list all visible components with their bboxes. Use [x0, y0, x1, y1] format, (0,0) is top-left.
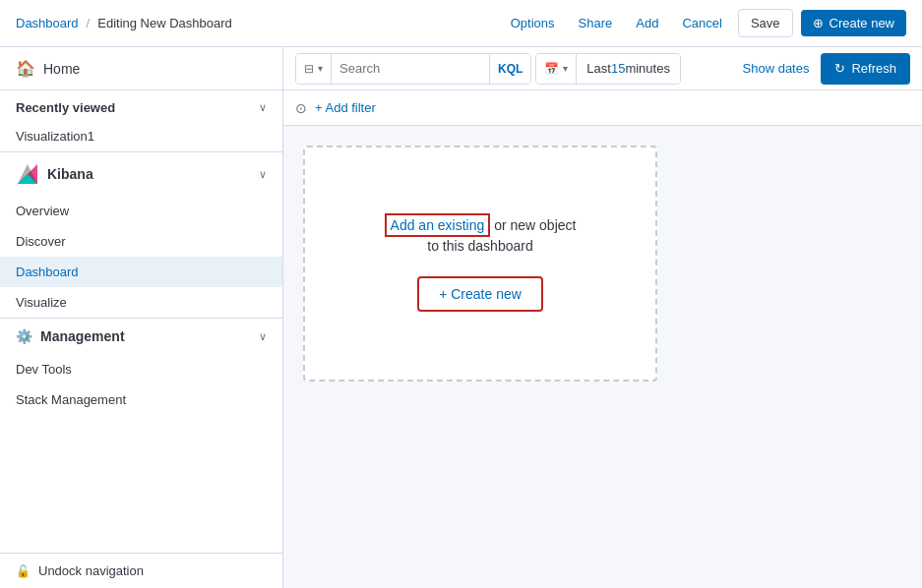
- kibana-logo: Kibana: [16, 162, 93, 186]
- time-dropdown-icon: ▾: [563, 63, 568, 74]
- sidebar-item-visualize[interactable]: Visualize: [0, 287, 282, 318]
- filter-icon: ⊟: [304, 62, 314, 76]
- filter-bar-icon: ⊙: [295, 100, 307, 116]
- breadcrumb-separator: /: [87, 16, 91, 30]
- time-group: 📅 ▾ Last 15 minutes: [535, 53, 681, 85]
- management-section: ⚙️ Management ∨ Dev Tools Stack Manageme…: [0, 318, 282, 415]
- filter-bar: ⊙ + Add filter: [283, 90, 922, 126]
- add-filter-button[interactable]: + Add filter: [315, 100, 376, 115]
- plus-icon: ⊕: [813, 16, 824, 30]
- sidebar-item-visualization1[interactable]: Visualization1: [0, 121, 282, 151]
- home-icon: 🏠: [16, 59, 35, 78]
- breadcrumb-root[interactable]: Dashboard: [16, 16, 79, 30]
- add-filter-label: + Add filter: [315, 100, 376, 115]
- gear-icon: ⚙️: [16, 328, 32, 344]
- management-name: Management: [40, 328, 125, 344]
- options-button[interactable]: Options: [503, 12, 563, 34]
- time-suffix: minutes: [625, 61, 670, 76]
- kibana-logo-icon: [16, 162, 39, 186]
- sidebar-item-overview[interactable]: Overview: [0, 196, 282, 226]
- recently-viewed-chevron[interactable]: ∨: [259, 101, 267, 114]
- time-icon-button[interactable]: 📅 ▾: [536, 54, 577, 84]
- empty-text-rest: or new object: [490, 217, 576, 233]
- search-group: ⊟ ▾ KQL: [295, 53, 531, 85]
- empty-panel: Add an existing or new object to this da…: [303, 146, 657, 382]
- search-input[interactable]: [332, 54, 489, 84]
- sidebar-item-dev-tools[interactable]: Dev Tools: [0, 354, 282, 384]
- toolbar-left: ⊟ ▾ KQL 📅 ▾ Last 15 minutes: [295, 53, 731, 85]
- recently-viewed-header: Recently viewed ∨: [0, 90, 282, 121]
- dropdown-icon: ▾: [318, 63, 323, 74]
- management-chevron[interactable]: ∨: [259, 330, 267, 343]
- save-button[interactable]: Save: [738, 9, 793, 37]
- main-content: ⊟ ▾ KQL 📅 ▾ Last 15 minutes: [283, 47, 922, 588]
- empty-text-line2: to this dashboard: [427, 238, 532, 254]
- top-header: Dashboard / Editing New Dashboard Option…: [0, 0, 922, 47]
- recently-viewed-title: Recently viewed: [16, 100, 115, 115]
- undock-label: Undock navigation: [38, 563, 144, 578]
- toolbar-right: Show dates ↻ Refresh: [739, 53, 910, 85]
- create-new-panel-label: + Create new: [439, 286, 522, 302]
- refresh-label: Refresh: [851, 61, 896, 76]
- sidebar-item-discover[interactable]: Discover: [0, 226, 282, 257]
- time-prefix: Last: [586, 61, 611, 76]
- management-header: ⚙️ Management ∨: [0, 319, 282, 354]
- share-button[interactable]: Share: [571, 12, 621, 34]
- kibana-header: Kibana ∨: [0, 152, 282, 196]
- add-button[interactable]: Add: [628, 12, 666, 34]
- time-value: 15: [611, 61, 625, 76]
- dashboard-area: Add an existing or new object to this da…: [283, 126, 922, 588]
- layout: 🏠 Home Recently viewed ∨ Visualization1 …: [0, 47, 922, 588]
- lock-icon: 🔓: [16, 564, 31, 578]
- show-dates-button[interactable]: Show dates: [739, 61, 814, 76]
- kibana-chevron[interactable]: ∨: [259, 168, 267, 181]
- management-left: ⚙️ Management: [16, 328, 125, 344]
- sidebar-home-label: Home: [43, 61, 80, 77]
- create-new-header-button[interactable]: ⊕ Create new: [801, 10, 906, 36]
- breadcrumb-current: Editing New Dashboard: [97, 16, 232, 30]
- kibana-section: Kibana ∨ Overview Discover Dashboard Vis…: [0, 151, 282, 318]
- search-icon-button[interactable]: ⊟ ▾: [296, 54, 332, 84]
- breadcrumb: Dashboard / Editing New Dashboard: [16, 16, 232, 30]
- header-actions: Options Share Add Cancel Save ⊕ Create n…: [503, 9, 906, 37]
- time-range-display[interactable]: Last 15 minutes: [577, 54, 680, 84]
- sidebar-item-home[interactable]: 🏠 Home: [0, 47, 282, 90]
- toolbar: ⊟ ▾ KQL 📅 ▾ Last 15 minutes: [283, 47, 922, 90]
- create-new-header-label: Create new: [830, 16, 894, 30]
- kql-button[interactable]: KQL: [489, 54, 530, 84]
- sidebar-item-stack-management[interactable]: Stack Management: [0, 384, 282, 415]
- cancel-button[interactable]: Cancel: [674, 12, 729, 34]
- refresh-button[interactable]: ↻ Refresh: [821, 53, 910, 85]
- create-new-panel-button[interactable]: + Create new: [417, 276, 543, 312]
- kibana-name: Kibana: [47, 166, 93, 182]
- calendar-icon: 📅: [544, 62, 559, 76]
- undock-navigation[interactable]: 🔓 Undock navigation: [0, 553, 282, 588]
- refresh-icon: ↻: [834, 61, 845, 76]
- empty-panel-text: Add an existing or new object to this da…: [385, 215, 577, 257]
- add-existing-link[interactable]: Add an existing: [385, 213, 491, 237]
- sidebar-item-dashboard[interactable]: Dashboard: [0, 257, 282, 287]
- sidebar: 🏠 Home Recently viewed ∨ Visualization1 …: [0, 47, 283, 588]
